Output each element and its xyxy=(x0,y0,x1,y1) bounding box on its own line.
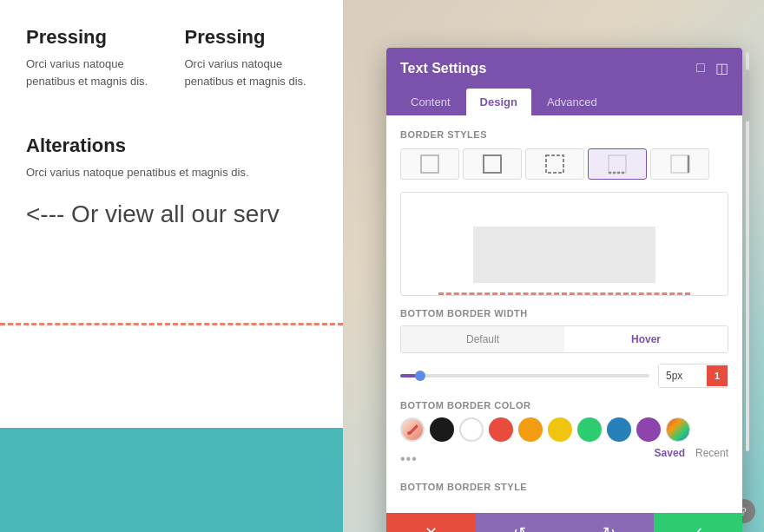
slider-thumb[interactable] xyxy=(415,371,425,381)
teal-section xyxy=(0,428,343,532)
border-dashed-btn[interactable] xyxy=(525,148,584,180)
color-green[interactable] xyxy=(577,417,602,442)
section-3-heading: Alterations xyxy=(26,135,317,157)
svg-rect-0 xyxy=(421,155,438,173)
dashed-border-line xyxy=(0,323,343,325)
color-black[interactable] xyxy=(430,417,454,442)
scrollbar[interactable] xyxy=(746,52,749,451)
border-none-btn[interactable] xyxy=(400,148,459,180)
tab-design[interactable]: Design xyxy=(466,89,531,115)
slider-value-input[interactable] xyxy=(659,365,707,387)
border-right-btn[interactable] xyxy=(650,148,709,180)
tab-advanced[interactable]: Advanced xyxy=(533,89,611,115)
confirm-button[interactable]: ✓ xyxy=(654,513,743,532)
section-3-text: Orci varius natoque penatibus et magnis … xyxy=(26,164,317,181)
panel-footer: ✕ ↺ ↻ ✓ xyxy=(386,513,742,532)
preview-inner xyxy=(473,227,655,283)
bottom-border-style-label: Bottom Border Style xyxy=(400,482,728,492)
color-purple[interactable] xyxy=(636,417,661,442)
panel-body: Border Styles xyxy=(386,115,742,513)
panel-header: Text Settings □ ◫ xyxy=(386,48,742,89)
color-more-btn[interactable]: ••• xyxy=(400,451,418,467)
svg-rect-3 xyxy=(609,155,626,173)
undo-button[interactable]: ↺ xyxy=(476,513,565,532)
settings-panel: Text Settings □ ◫ Content Design Advance… xyxy=(386,48,742,532)
color-row xyxy=(400,417,728,442)
cta-text: <--- Or view all our serv xyxy=(26,200,317,228)
slider-badge: 1 xyxy=(707,365,728,386)
fullscreen-icon[interactable]: □ xyxy=(696,60,705,76)
color-red[interactable] xyxy=(489,417,513,442)
eyedropper-btn[interactable] xyxy=(400,417,425,442)
panel-title: Text Settings xyxy=(400,61,486,76)
section-2-text: Orci varius natoque penatibus et magnis … xyxy=(185,56,318,89)
border-styles-label: Border Styles xyxy=(400,129,728,140)
toggle-row: Default Hover xyxy=(400,325,728,353)
border-styles-row xyxy=(400,148,728,180)
slider-value-box: 1 xyxy=(658,364,728,388)
color-gradient[interactable] xyxy=(666,417,690,442)
toggle-hover-btn[interactable]: Hover xyxy=(564,326,728,352)
svg-rect-2 xyxy=(546,155,563,173)
svg-rect-1 xyxy=(484,155,501,173)
content-section-1: Pressing Orci varius natoque penatibus e… xyxy=(26,26,159,89)
color-yellow[interactable] xyxy=(548,417,572,442)
color-orange[interactable] xyxy=(518,417,543,442)
svg-rect-5 xyxy=(671,155,688,173)
section-1-text: Orci varius natoque penatibus et magnis … xyxy=(26,56,159,89)
section-2-heading: Pressing xyxy=(185,26,318,49)
content-section-2: Pressing Orci varius natoque penatibus e… xyxy=(185,26,318,89)
tab-content[interactable]: Content xyxy=(397,89,464,115)
bottom-border-color-label: Bottom Border Color xyxy=(400,400,728,410)
slider-track[interactable] xyxy=(400,374,649,378)
color-actions: Saved Recent xyxy=(655,447,728,459)
color-recent-btn[interactable]: Recent xyxy=(695,447,728,459)
columns-icon[interactable]: ◫ xyxy=(715,60,728,76)
cancel-button[interactable]: ✕ xyxy=(386,513,476,532)
color-white[interactable] xyxy=(459,417,484,442)
preview-dashed-bottom xyxy=(438,292,690,295)
color-saved-btn[interactable]: Saved xyxy=(655,447,685,459)
redo-button[interactable]: ↻ xyxy=(564,513,654,532)
preview-box xyxy=(400,192,728,296)
border-solid-btn[interactable] xyxy=(463,148,522,180)
content-section-3: Alterations Orci varius natoque penatibu… xyxy=(26,135,317,181)
section-1-heading: Pressing xyxy=(26,26,159,49)
toggle-default-btn[interactable]: Default xyxy=(401,326,564,352)
panel-tabs: Content Design Advanced xyxy=(386,89,742,115)
bottom-border-width-label: Bottom Border Width xyxy=(400,308,728,319)
color-blue[interactable] xyxy=(607,417,631,442)
border-bottom-btn[interactable] xyxy=(588,148,647,180)
modal-overlay: Text Settings □ ◫ Content Design Advance… xyxy=(386,0,751,532)
panel-header-icons: □ ◫ xyxy=(696,60,728,76)
svg-point-7 xyxy=(408,432,410,434)
scrollbar-thumb xyxy=(746,69,749,122)
slider-row: 1 xyxy=(400,364,728,388)
